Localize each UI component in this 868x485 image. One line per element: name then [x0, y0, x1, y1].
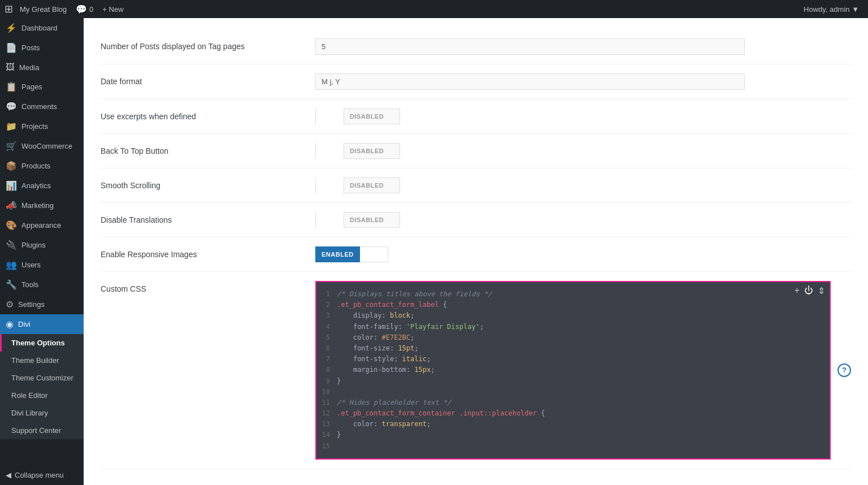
sidebar-item-divi-library[interactable]: Divi Library [0, 404, 84, 422]
control-date-format [315, 73, 851, 90]
code-line-1: 1 /* Displays titles above the fields */ [316, 289, 830, 300]
collapse-icon: ◀ [6, 471, 11, 479]
user-greeting[interactable]: Howdy, admin ▼ [799, 5, 863, 14]
comments-link[interactable]: 💬 0 [71, 4, 98, 15]
css-editor-body: 1 /* Displays titles above the fields */… [316, 282, 830, 458]
control-disable-translations: DISABLED [315, 212, 851, 228]
toggle-slider-use-excerpts [316, 109, 344, 124]
css-power-icon[interactable]: ⏻ [804, 285, 813, 296]
sidebar-item-role-editor[interactable]: Role Editor [0, 387, 84, 404]
comments-icon: 💬 [76, 4, 87, 15]
row-date-format: Date format [101, 64, 851, 99]
toggle-label-back-to-top: DISABLED [344, 148, 389, 154]
row-disable-translations: Disable Translations DISABLED [101, 203, 851, 237]
control-use-excerpts: DISABLED [315, 109, 851, 124]
control-responsive-images: ENABLED [315, 246, 851, 262]
woocommerce-icon: 🛒 [6, 141, 17, 151]
control-num-posts [315, 38, 851, 55]
code-line-3: 3 display: block; [316, 310, 830, 321]
toggle-disable-translations[interactable]: DISABLED [315, 212, 400, 228]
control-back-to-top: DISABLED [315, 143, 851, 159]
label-use-excerpts: Use excerpts when defined [101, 109, 315, 121]
pages-icon: 📋 [6, 81, 17, 92]
sidebar-item-support-center[interactable]: Support Center [0, 422, 84, 439]
wp-logo-icon[interactable]: ⊞ [5, 3, 13, 15]
plugins-icon: 🔌 [6, 240, 17, 250]
code-line-12: 12 .et_pb_contact_form_container .input:… [316, 408, 830, 419]
tools-icon: 🔧 [6, 279, 17, 290]
code-line-10: 10 [316, 387, 830, 397]
sidebar-item-marketing[interactable]: 📣 Marketing [0, 196, 84, 215]
css-editor[interactable]: + ⏻ ⇕ 1 /* Displays titles above the fie… [315, 281, 831, 460]
css-editor-toolbar: + ⏻ ⇕ [795, 285, 825, 296]
marketing-icon: 📣 [6, 200, 17, 211]
analytics-icon: 📊 [6, 180, 17, 191]
row-smooth-scrolling: Smooth Scrolling DISABLED [101, 168, 851, 203]
toggle-label-disable-translations: DISABLED [344, 216, 389, 223]
toggle-slider-disable-translations [316, 212, 344, 228]
code-line-11: 11 /* Hides placeholder text */ [316, 397, 830, 408]
toggle-label-smooth-scrolling: DISABLED [344, 182, 389, 189]
posts-icon: 📄 [6, 42, 17, 53]
content-area: Number of Posts displayed on Tag pages D… [84, 18, 868, 485]
media-icon: 🖼 [6, 62, 15, 72]
toggle-enabled-slider [360, 246, 388, 262]
css-add-icon[interactable]: + [795, 285, 800, 296]
collapse-menu-button[interactable]: ◀ Collapse menu [0, 465, 84, 485]
sidebar-item-theme-customizer[interactable]: Theme Customizer [0, 369, 84, 387]
input-num-posts[interactable] [315, 38, 745, 55]
toggle-use-excerpts[interactable]: DISABLED [315, 109, 400, 124]
sidebar-item-plugins[interactable]: 🔌 Plugins [0, 235, 84, 255]
code-line-13: 13 color: transparent; [316, 419, 830, 430]
code-line-15: 15 [316, 441, 830, 452]
code-line-7: 7 font-style: italic; [316, 354, 830, 365]
users-icon: 👥 [6, 259, 17, 270]
sidebar-item-dashboard[interactable]: ⚡ Dashboard [0, 18, 84, 38]
label-date-format: Date format [101, 73, 315, 86]
code-line-9: 9 } [316, 376, 830, 387]
appearance-icon: 🎨 [6, 220, 17, 231]
css-expand-icon[interactable]: ⇕ [818, 285, 825, 296]
sidebar-item-posts[interactable]: 📄 Posts [0, 38, 84, 58]
settings-icon: ⚙ [6, 299, 14, 310]
input-date-format[interactable] [315, 73, 745, 90]
sidebar-item-media[interactable]: 🖼 Media [0, 58, 84, 77]
code-line-4: 4 font-family: 'Playfair Display'; [316, 322, 830, 332]
sidebar-item-projects[interactable]: 📁 Projects [0, 116, 84, 136]
sidebar-item-divi[interactable]: ◉ Divi [0, 314, 84, 334]
sidebar-item-users[interactable]: 👥 Users [0, 255, 84, 275]
products-icon: 📦 [6, 161, 17, 171]
code-line-5: 5 color: #E7E2BC; [316, 332, 830, 343]
sidebar-item-theme-options[interactable]: Theme Options [0, 334, 84, 352]
code-line-6: 6 font-size: 15pt; [316, 343, 830, 354]
sidebar-item-tools[interactable]: 🔧 Tools [0, 275, 84, 295]
sidebar-item-appearance[interactable]: 🎨 Appearance [0, 215, 84, 235]
row-use-excerpts: Use excerpts when defined DISABLED [101, 99, 851, 134]
sidebar-item-comments[interactable]: 💬 Comments [0, 97, 84, 116]
new-item-link[interactable]: + New [98, 5, 128, 14]
toggle-slider-smooth-scrolling [316, 177, 344, 193]
sidebar-item-woocommerce[interactable]: 🛒 WooCommerce [0, 136, 84, 156]
toggle-smooth-scrolling[interactable]: DISABLED [315, 177, 400, 193]
sidebar-item-analytics[interactable]: 📊 Analytics [0, 176, 84, 196]
sidebar-item-pages[interactable]: 📋 Pages [0, 77, 84, 97]
site-name[interactable]: My Great Blog [15, 5, 71, 14]
row-num-posts: Number of Posts displayed on Tag pages [101, 29, 851, 64]
help-button[interactable]: ? [837, 363, 851, 377]
row-custom-css: Custom CSS + ⏻ ⇕ 1 /* Displa [101, 272, 851, 469]
code-line-14: 14 } [316, 430, 830, 440]
label-smooth-scrolling: Smooth Scrolling [101, 177, 315, 190]
projects-icon: 📁 [6, 121, 17, 132]
main-layout: ⚡ Dashboard 📄 Posts 🖼 Media 📋 Pages 💬 Co… [0, 18, 868, 485]
sidebar-item-products[interactable]: 📦 Products [0, 156, 84, 176]
sidebar: ⚡ Dashboard 📄 Posts 🖼 Media 📋 Pages 💬 Co… [0, 18, 84, 485]
sidebar-item-settings[interactable]: ⚙ Settings [0, 295, 84, 314]
toggle-slider-back-to-top [316, 143, 344, 159]
label-custom-css: Custom CSS [101, 281, 315, 293]
toggle-back-to-top[interactable]: DISABLED [315, 143, 400, 159]
row-back-to-top: Back To Top Button DISABLED [101, 134, 851, 168]
toggle-responsive-images[interactable]: ENABLED [315, 246, 388, 262]
toggle-label-use-excerpts: DISABLED [344, 113, 389, 120]
comments-nav-icon: 💬 [6, 101, 17, 112]
sidebar-item-theme-builder[interactable]: Theme Builder [0, 352, 84, 369]
